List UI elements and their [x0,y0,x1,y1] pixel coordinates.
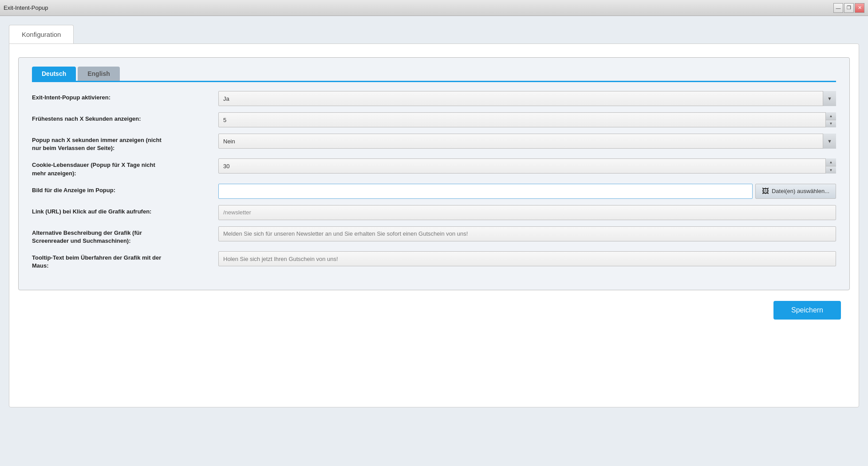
label-delay: Frühestens nach X Sekunden anzeigen: [32,112,218,123]
label-cookie-lifetime: Cookie-Lebensdauer (Popup für X Tage nic… [32,158,218,177]
tab-deutsch[interactable]: Deutsch [32,67,76,81]
control-tooltip [218,251,836,266]
form-row-link-url: Link (URL) bei Klick auf die Grafik aufr… [32,205,836,220]
spinner-btns-cookie: ▲ ▼ [825,158,836,174]
select-wrapper-activate: Ja Nein ▼ [218,91,836,106]
form: Exit-Intent-Popup aktivieren: Ja Nein ▼ [32,91,836,270]
spinner-wrapper-delay: ▲ ▼ [218,112,836,127]
save-button[interactable]: Speichern [773,301,841,320]
config-panel: Deutsch English Exit-Intent-Popup aktivi… [18,57,850,290]
titlebar: Exit-Intent-Popup — ❐ ✕ [0,0,868,16]
outer-tabs: Konfiguration [9,25,859,43]
form-row-activate: Exit-Intent-Popup aktivieren: Ja Nein ▼ [32,91,836,106]
select-activate[interactable]: Ja Nein [218,91,836,106]
spinner-btns-delay: ▲ ▼ [825,112,836,127]
control-cookie-lifetime: ▲ ▼ [218,158,836,174]
form-row-cookie-lifetime: Cookie-Lebensdauer (Popup für X Tage nic… [32,158,836,177]
select-wrapper-always-show: Nein Ja ▼ [218,134,836,149]
window-controls: — ❐ ✕ [833,3,864,13]
label-activate: Exit-Intent-Popup aktivieren: [32,91,218,102]
file-icon: 🖼 [762,187,769,195]
close-button[interactable]: ✕ [855,3,864,13]
spinner-wrapper-cookie: ▲ ▼ [218,158,836,174]
spinner-down-delay[interactable]: ▼ [826,120,836,128]
form-row-delay: Frühestens nach X Sekunden anzeigen: ▲ ▼ [32,112,836,127]
select-always-show[interactable]: Nein Ja [218,134,836,149]
label-alt-text: Alternative Beschreibung der Grafik (für… [32,226,218,245]
form-row-alt-text: Alternative Beschreibung der Grafik (für… [32,226,836,245]
file-text-input[interactable] [218,184,753,199]
save-row: Speichern [18,301,850,320]
spinner-up-delay[interactable]: ▲ [826,112,836,120]
window-title: Exit-Intent-Popup [4,4,48,11]
control-image: 🖼 Datei(en) auswählen... [218,184,836,199]
label-tooltip: Tooltip-Text beim Überfahren der Grafik … [32,251,218,270]
control-delay: ▲ ▼ [218,112,836,127]
restore-button[interactable]: ❐ [844,3,854,13]
form-row-always-show: Popup nach X sekunden immer anzeigen (ni… [32,134,836,152]
label-always-show: Popup nach X sekunden immer anzeigen (ni… [32,134,218,152]
spinner-input-cookie[interactable] [218,158,836,174]
spinner-down-cookie[interactable]: ▼ [826,166,836,174]
control-activate: Ja Nein ▼ [218,91,836,106]
tab-konfiguration[interactable]: Konfiguration [9,25,74,43]
spinner-up-cookie[interactable]: ▲ [826,158,836,166]
input-alt-text[interactable] [218,226,836,241]
input-tooltip[interactable] [218,251,836,266]
main-panel: Deutsch English Exit-Intent-Popup aktivi… [9,43,859,407]
file-btn-label: Datei(en) auswählen... [772,188,829,194]
form-row-image: Bild für die Anzeige im Popup: 🖼 Datei(e… [32,184,836,199]
tab-english[interactable]: English [78,67,120,81]
control-link-url [218,205,836,220]
form-row-tooltip: Tooltip-Text beim Überfahren der Grafik … [32,251,836,270]
file-choose-button[interactable]: 🖼 Datei(en) auswählen... [755,184,836,199]
label-link-url: Link (URL) bei Klick auf die Grafik aufr… [32,205,218,216]
label-image: Bild für die Anzeige im Popup: [32,184,218,194]
language-tabs: Deutsch English [32,67,836,82]
input-link-url[interactable] [218,205,836,220]
window-body: Konfiguration Deutsch English Exit-Inten… [0,16,868,466]
spinner-input-delay[interactable] [218,112,836,127]
minimize-button[interactable]: — [833,3,843,13]
control-alt-text [218,226,836,241]
control-always-show: Nein Ja ▼ [218,134,836,149]
file-row-image: 🖼 Datei(en) auswählen... [218,184,836,199]
